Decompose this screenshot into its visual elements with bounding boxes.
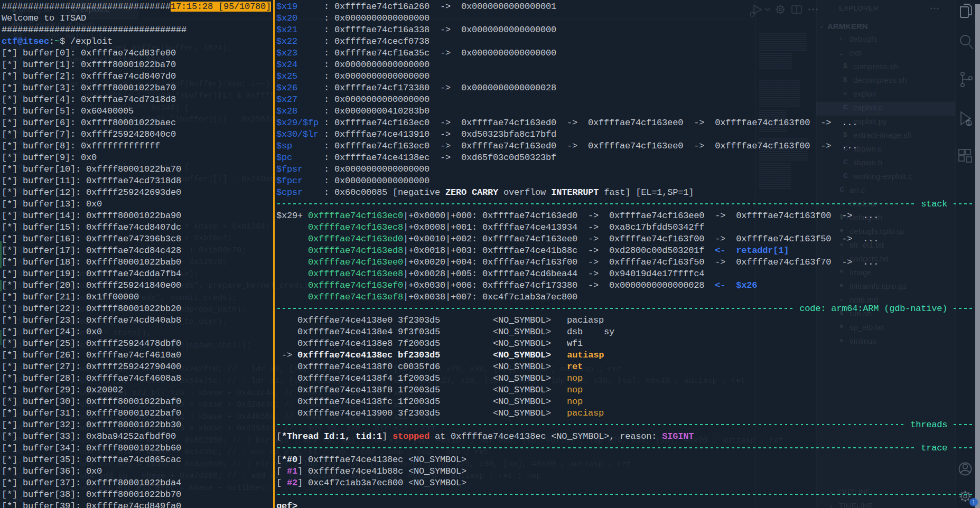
svg-text:1: 1 xyxy=(972,499,975,505)
